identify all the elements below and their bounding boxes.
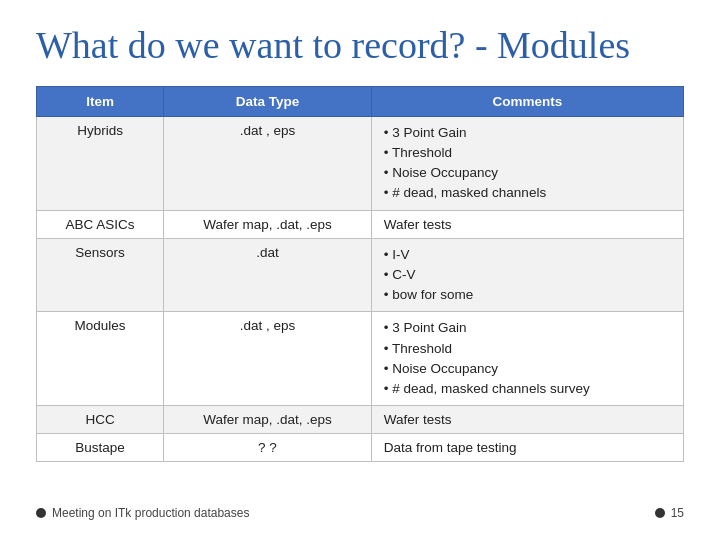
cell-comments: I-VC-Vbow for some [371,238,683,312]
cell-item: Sensors [37,238,164,312]
comment-item: Threshold [384,143,671,163]
cell-item: HCC [37,406,164,434]
comment-item: # dead, masked channels [384,183,671,203]
table-row: ABC ASICsWafer map, .dat, .epsWafer test… [37,210,684,238]
cell-item: Hybrids [37,116,164,210]
table-row: Sensors.datI-VC-Vbow for some [37,238,684,312]
cell-comments: 3 Point GainThresholdNoise Occupancy# de… [371,116,683,210]
slide: What do we want to record? - Modules Ite… [0,0,720,540]
footer-page-dot-icon [655,508,665,518]
cell-comments: Wafer tests [371,210,683,238]
cell-datatype: .dat [164,238,372,312]
cell-datatype: .dat , eps [164,312,372,406]
cell-item: ABC ASICs [37,210,164,238]
comment-item: # dead, masked channels survey [384,379,671,399]
footer: Meeting on ITk production databases 15 [36,506,684,520]
header-comments: Comments [371,86,683,116]
cell-comments: Wafer tests [371,406,683,434]
cell-datatype: ? ? [164,434,372,462]
cell-item: Bustape [37,434,164,462]
cell-datatype: .dat , eps [164,116,372,210]
footer-page: 15 [655,506,684,520]
footer-page-number: 15 [671,506,684,520]
cell-item: Modules [37,312,164,406]
header-datatype: Data Type [164,86,372,116]
footer-left: Meeting on ITk production databases [36,506,249,520]
comment-item: Threshold [384,339,671,359]
cell-comments: Data from tape testing [371,434,683,462]
table-row: Hybrids.dat , eps3 Point GainThresholdNo… [37,116,684,210]
table-row: Modules.dat , eps3 Point GainThresholdNo… [37,312,684,406]
table-row: HCCWafer map, .dat, .epsWafer tests [37,406,684,434]
table-header-row: Item Data Type Comments [37,86,684,116]
footer-bullet-icon [36,508,46,518]
comment-item: C-V [384,265,671,285]
comment-item: Noise Occupancy [384,163,671,183]
comment-item: 3 Point Gain [384,318,671,338]
comment-item: I-V [384,245,671,265]
data-table: Item Data Type Comments Hybrids.dat , ep… [36,86,684,463]
slide-title: What do we want to record? - Modules [36,24,684,68]
comment-item: Noise Occupancy [384,359,671,379]
cell-comments: 3 Point GainThresholdNoise Occupancy# de… [371,312,683,406]
cell-datatype: Wafer map, .dat, .eps [164,406,372,434]
comment-item: 3 Point Gain [384,123,671,143]
table-row: Bustape? ?Data from tape testing [37,434,684,462]
table-wrapper: Item Data Type Comments Hybrids.dat , ep… [36,86,684,496]
footer-meeting-text: Meeting on ITk production databases [52,506,249,520]
header-item: Item [37,86,164,116]
comment-item: bow for some [384,285,671,305]
cell-datatype: Wafer map, .dat, .eps [164,210,372,238]
